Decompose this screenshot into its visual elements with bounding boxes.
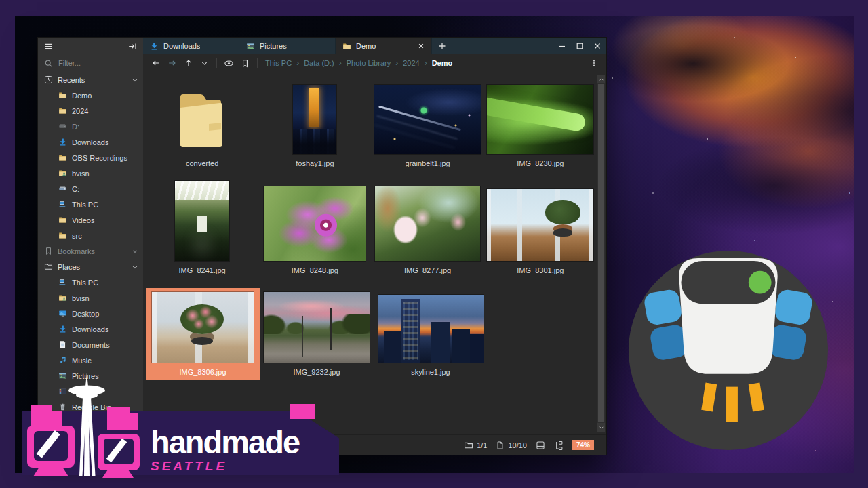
- forward-button[interactable]: [165, 56, 179, 70]
- sidebar-item-d-drive[interactable]: D:: [38, 119, 143, 134]
- hamburger-icon[interactable]: [44, 42, 53, 51]
- sidebar-section-places[interactable]: Places: [38, 259, 143, 274]
- sidebar-item-src[interactable]: src: [38, 228, 143, 243]
- item-label: Downloads: [72, 138, 108, 146]
- sidebar-section-recents[interactable]: Recents: [38, 72, 143, 87]
- tab-downloads[interactable]: Downloads: [143, 38, 239, 54]
- search-icon: [44, 59, 53, 68]
- file-item-img8277[interactable]: IMG_8277.jpg: [372, 182, 484, 278]
- scrollbar-thumb[interactable]: [598, 84, 604, 422]
- stars: [15, 16, 16, 18]
- space-needle-icon: [65, 373, 108, 476]
- sidebar-item-bvisn[interactable]: bvisn: [38, 165, 143, 181]
- brand-city: SEATTLE: [151, 460, 299, 472]
- chevron-down-icon: [131, 247, 139, 256]
- sidebar-item-documents[interactable]: Documents: [38, 337, 143, 352]
- up-button[interactable]: [181, 56, 195, 70]
- file-item-converted[interactable]: converted: [146, 82, 258, 171]
- sidebar-item-places-bvisn[interactable]: bvisn: [38, 290, 143, 306]
- scroll-up-button[interactable]: [597, 75, 605, 83]
- sidebar-item-videos[interactable]: Videos: [38, 212, 143, 228]
- folder-count-icon: [464, 441, 473, 450]
- file-name: foshay1.jpg: [296, 159, 334, 167]
- item-label: OBS Recordings: [72, 154, 127, 162]
- disk-usage-icon: [536, 441, 545, 450]
- bookmark-button[interactable]: [238, 56, 252, 70]
- sidebar-item-places-this-pc[interactable]: This PC: [38, 274, 143, 290]
- item-label: Downloads: [72, 325, 108, 333]
- breadcrumb-data-d[interactable]: Data (D:): [304, 59, 334, 67]
- places-icon: [44, 262, 53, 271]
- file-grid-row: converted foshay1.jpg grainbelt1.jpg: [146, 79, 597, 171]
- breadcrumb-demo[interactable]: Demo: [432, 59, 453, 67]
- breadcrumb-2024[interactable]: 2024: [403, 59, 419, 67]
- file-thumbnail: [175, 181, 229, 261]
- robot-logo: [627, 249, 829, 451]
- item-label: Demo: [72, 92, 92, 100]
- history-dropdown-button[interactable]: [197, 56, 212, 70]
- file-name: converted: [186, 159, 218, 167]
- section-label: Places: [58, 263, 80, 271]
- eye-icon: [224, 58, 234, 68]
- sidebar-item-2024[interactable]: 2024: [38, 103, 143, 119]
- breadcrumb-this-pc[interactable]: This PC: [265, 59, 292, 67]
- file-item-foshay1[interactable]: foshay1.jpg: [258, 81, 371, 171]
- sidebar-item-obs-recordings[interactable]: OBS Recordings: [38, 150, 143, 165]
- filter-box: [38, 54, 143, 72]
- close-tab-icon[interactable]: [418, 43, 425, 49]
- menu-button[interactable]: [587, 56, 601, 70]
- maximize-button[interactable]: [571, 38, 589, 54]
- tree-view-toggle[interactable]: [554, 441, 564, 450]
- collapse-sidebar-icon[interactable]: [128, 42, 137, 51]
- file-item-img9232[interactable]: IMG_9232.jpg: [260, 288, 374, 380]
- file-name: IMG_8301.jpg: [517, 266, 564, 274]
- file-item-img8306-selected[interactable]: IMG_8306.jpg: [146, 288, 260, 380]
- brand-text: handmade SEATTLE: [151, 426, 299, 472]
- breadcrumb-separator: [339, 58, 342, 68]
- tree-view-icon: [554, 441, 564, 450]
- item-label: bvisn: [72, 294, 90, 302]
- file-item-img8301[interactable]: IMG_8301.jpg: [484, 185, 597, 278]
- file-item-img8248[interactable]: IMG_8248.jpg: [258, 182, 371, 278]
- file-item-grainbelt1[interactable]: grainbelt1.jpg: [372, 81, 484, 171]
- bookmark-icon: [241, 59, 250, 68]
- item-label: Videos: [72, 216, 94, 224]
- minimize-button[interactable]: [553, 38, 571, 54]
- folder-icon: [58, 231, 67, 240]
- file-thumbnail: [375, 186, 480, 261]
- tab-pictures[interactable]: Pictures: [239, 38, 336, 54]
- file-item-skyline1[interactable]: skyline1.jpg: [374, 291, 488, 380]
- chevron-up-icon: [599, 77, 604, 82]
- file-name: IMG_8248.jpg: [292, 266, 338, 274]
- sidebar-item-music[interactable]: Music: [38, 352, 143, 368]
- new-tab-button[interactable]: [432, 38, 452, 54]
- section-label: Recents: [58, 76, 85, 84]
- folder-icon: [58, 153, 67, 162]
- file-item-img8230[interactable]: IMG_8230.jpg: [484, 81, 597, 171]
- tab-demo[interactable]: Demo: [336, 38, 432, 54]
- filter-input[interactable]: [57, 58, 130, 68]
- file-thumbnail: [378, 295, 484, 363]
- sidebar-section-bookmarks[interactable]: Bookmarks: [38, 243, 143, 259]
- sidebar-item-desktop[interactable]: Desktop: [38, 306, 143, 321]
- scroll-down-button[interactable]: [597, 423, 605, 432]
- breadcrumb-separator: [395, 58, 398, 68]
- breadcrumb-photo-library[interactable]: Photo Library: [347, 59, 391, 67]
- screenshot-stage: Downloads Pictures Demo: [0, 0, 868, 488]
- music-icon: [58, 356, 67, 365]
- tab-label: Downloads: [163, 42, 200, 50]
- sidebar-item-c-drive[interactable]: C:: [38, 181, 143, 197]
- view-button[interactable]: [222, 56, 236, 70]
- disk-usage-indicator[interactable]: [536, 441, 545, 450]
- sidebar-item-places-downloads[interactable]: Downloads: [38, 321, 143, 337]
- scrollbar[interactable]: [597, 75, 605, 432]
- sidebar-item-this-pc[interactable]: This PC: [38, 197, 143, 212]
- sidebar-item-demo[interactable]: Demo: [38, 87, 143, 103]
- file-thumbnail: [167, 86, 237, 154]
- file-item-img8241[interactable]: IMG_8241.jpg: [146, 177, 258, 278]
- folder-icon: [58, 216, 67, 224]
- close-button[interactable]: [589, 38, 606, 54]
- back-button[interactable]: [149, 56, 163, 70]
- zoom-level-badge[interactable]: 74%: [572, 440, 594, 450]
- sidebar-item-downloads[interactable]: Downloads: [38, 134, 143, 150]
